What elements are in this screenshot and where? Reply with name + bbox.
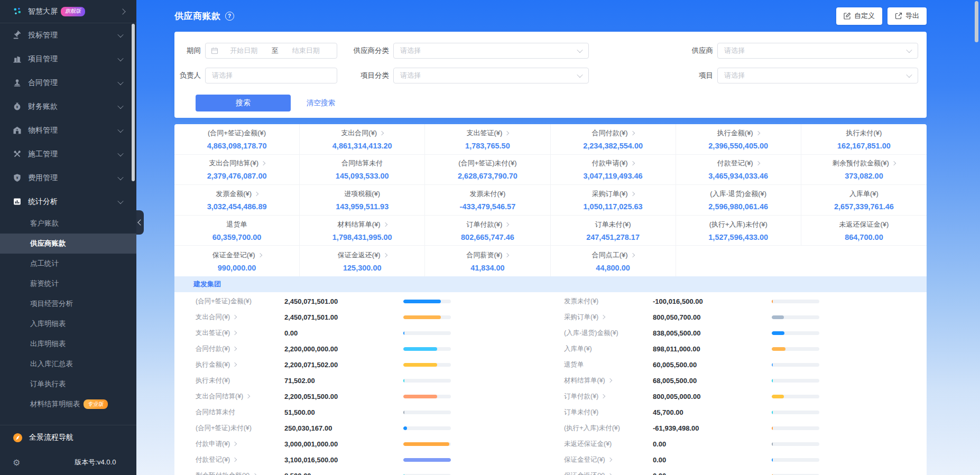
- account-label[interactable]: 保证金登记(¥): [564, 455, 653, 464]
- sidebar-item[interactable]: 投标管理: [0, 23, 136, 47]
- help-icon[interactable]: ?: [225, 12, 234, 21]
- supplier-select[interactable]: 请选择: [717, 43, 918, 59]
- stat-cell[interactable]: 合同点工(¥)44,800.00: [551, 246, 676, 276]
- sidebar-scrollbar[interactable]: [132, 24, 135, 181]
- account-value: 71,502.00: [284, 377, 403, 385]
- account-label[interactable]: 执行金额(¥): [196, 360, 284, 369]
- sidebar-subitem-label: 订单执行表: [30, 379, 66, 389]
- progress-bar-fill: [772, 363, 773, 367]
- project-select[interactable]: 请选择: [717, 68, 918, 83]
- sidebar-subitem-label: 项目经营分析: [30, 299, 73, 309]
- stat-cell[interactable]: 采购订单(¥)1,050,117,025.63: [551, 185, 676, 216]
- chevron-down-icon: [117, 103, 123, 108]
- stat-label: (合同+签证)金额(¥): [208, 128, 266, 138]
- sidebar-item[interactable]: 物料管理: [0, 118, 136, 142]
- account-row: 付款申请(¥)3,000,001,000.00: [174, 436, 550, 452]
- stat-cell[interactable]: 支出合同(¥)4,861,314,413.20: [300, 124, 425, 155]
- stat-cell[interactable]: 材料结算单(¥)1,798,431,995.00: [300, 216, 425, 246]
- stat-cell[interactable]: 保证金返还(¥)125,300.00: [300, 246, 425, 276]
- sidebar-subitem[interactable]: 材料结算明细表专业版: [0, 394, 136, 414]
- drilldown-arrow-icon: [380, 131, 384, 135]
- chevron-right-icon: [119, 8, 125, 14]
- account-value: 3,000,001,000.00: [284, 440, 403, 448]
- drilldown-arrow-icon: [755, 161, 760, 165]
- stat-value: 162,167,851.00: [837, 142, 891, 150]
- drilldown-arrow-icon: [630, 131, 634, 135]
- stat-value: -433,479,546.57: [460, 202, 516, 211]
- sidebar-subitem[interactable]: 出库明细表: [0, 334, 136, 354]
- stat-cell[interactable]: 合同薪资(¥)41,834.00: [425, 246, 550, 276]
- stat-label: 进项税额(¥): [344, 189, 380, 199]
- export-button[interactable]: 导出: [887, 7, 927, 25]
- sidebar-item[interactable]: 统计分析: [0, 190, 136, 213]
- stat-cell[interactable]: 合同付款(¥)2,234,382,554.00: [551, 124, 676, 155]
- stat-cell[interactable]: 支出签证(¥)1,783,765.50: [425, 124, 550, 155]
- stat-cell[interactable]: 订单付款(¥)802,665,747.46: [425, 216, 550, 246]
- search-button[interactable]: 搜索: [196, 95, 291, 111]
- stat-cell[interactable]: 剩余预付款金额(¥)373,082.00: [801, 155, 927, 185]
- progress-bar: [772, 347, 819, 351]
- stat-value: 2,379,476,087.00: [207, 172, 267, 180]
- group-section: 建发集团 (合同+签证)金额(¥)2,450,071,501.00支出合同(¥)…: [174, 276, 927, 475]
- account-label[interactable]: 付款申请(¥): [196, 440, 284, 449]
- sidebar-subitem-label: 客户账款: [30, 219, 59, 228]
- sidebar-item-label: 物料管理: [28, 126, 58, 135]
- drilldown-arrow-icon: [383, 222, 387, 226]
- sidebar-item-process-navigation[interactable]: 全景流程导航: [0, 425, 136, 450]
- window-scrollbar[interactable]: [975, 1, 978, 42]
- sidebar-item-smart-screen[interactable]: 智慧大屏 旗舰版: [0, 0, 136, 23]
- manager-select[interactable]: 请选择: [205, 68, 337, 83]
- stat-label: (入库-退货)金额(¥): [710, 189, 766, 199]
- stat-label: 发票未付(¥): [469, 189, 505, 199]
- stat-cell[interactable]: 发票金额(¥)3,032,454,486.89: [174, 185, 300, 216]
- sidebar-item[interactable]: ¥费用管理: [0, 166, 136, 190]
- customize-button[interactable]: 自定义: [836, 7, 882, 25]
- account-label[interactable]: 付款登记(¥): [196, 455, 284, 464]
- sidebar-item[interactable]: 施工管理: [0, 142, 136, 166]
- account-value: 0.00: [653, 456, 772, 464]
- date-range-input[interactable]: 开始日期 至 结束日期: [205, 43, 337, 59]
- account-row: (入库-退货)金额(¥)838,005,500.00: [550, 325, 926, 341]
- stat-cell[interactable]: 支出合同结算(¥)2,379,476,087.00: [174, 155, 300, 185]
- account-label[interactable]: 材料结算单(¥): [564, 376, 653, 385]
- stat-cell[interactable]: 执行金额(¥)2,396,550,405.00: [676, 124, 801, 155]
- account-row: (合同+签证)未付(¥)250,030,167.00: [174, 420, 550, 436]
- clear-search-link[interactable]: 清空搜索: [307, 98, 335, 108]
- drilldown-arrow-icon: [601, 394, 605, 398]
- account-label[interactable]: 支出签证(¥): [196, 329, 284, 338]
- finance-icon: ¥: [13, 102, 22, 111]
- sidebar-subitem[interactable]: 订单执行表: [0, 374, 136, 394]
- stat-cell[interactable]: 保证金登记(¥)990,000.00: [174, 246, 300, 276]
- group-name-band[interactable]: 建发集团: [174, 276, 927, 292]
- account-value: 898,011,000.00: [653, 345, 772, 353]
- sidebar-subitem[interactable]: 薪资统计: [0, 274, 136, 294]
- account-label[interactable]: 保证金返还(¥): [564, 471, 653, 475]
- sidebar-collapse-handle[interactable]: [135, 210, 144, 235]
- account-label[interactable]: 剩余预付款金额(¥): [196, 471, 284, 475]
- sidebar-subitem[interactable]: 客户账款: [0, 213, 136, 234]
- supplier-category-select[interactable]: 请选择: [393, 43, 589, 59]
- stat-label: 支出签证(¥): [466, 128, 502, 138]
- project-category-select[interactable]: 请选择: [393, 68, 589, 83]
- sidebar-subitem[interactable]: 出入库汇总表: [0, 354, 136, 374]
- account-label[interactable]: 订单付款(¥): [564, 392, 653, 401]
- sidebar-subitem[interactable]: 点工统计: [0, 254, 136, 274]
- account-row: 付款登记(¥)3,100,016,500.00: [174, 452, 550, 468]
- account-label[interactable]: 支出合同(¥): [196, 313, 284, 322]
- stat-cell: (入库-退货)金额(¥)2,596,980,061.46: [676, 185, 801, 216]
- stat-cell[interactable]: 付款申请(¥)3,047,119,493.46: [551, 155, 676, 185]
- sidebar-subitem[interactable]: 供应商账款: [0, 234, 136, 254]
- account-label[interactable]: 采购订单(¥): [564, 313, 653, 322]
- sidebar-subitem[interactable]: 项目经营分析: [0, 294, 136, 314]
- stat-label: 付款申请(¥): [592, 159, 628, 168]
- sidebar-subitem[interactable]: 入库明细表: [0, 314, 136, 334]
- account-label[interactable]: 合同付款(¥): [196, 344, 284, 353]
- sidebar-item[interactable]: ¥财务账款: [0, 95, 136, 118]
- gear-icon[interactable]: ⚙: [13, 458, 20, 468]
- version-row: ⚙ 版本号:v4.0.0: [0, 450, 136, 475]
- sidebar-item[interactable]: 合同管理: [0, 71, 136, 95]
- sidebar-item[interactable]: 项目管理: [0, 47, 136, 71]
- stat-cell[interactable]: 付款登记(¥)3,465,934,033.46: [676, 155, 801, 185]
- account-label[interactable]: 支出合同结算(¥): [196, 392, 284, 401]
- sidebar-item-label: 费用管理: [28, 173, 58, 183]
